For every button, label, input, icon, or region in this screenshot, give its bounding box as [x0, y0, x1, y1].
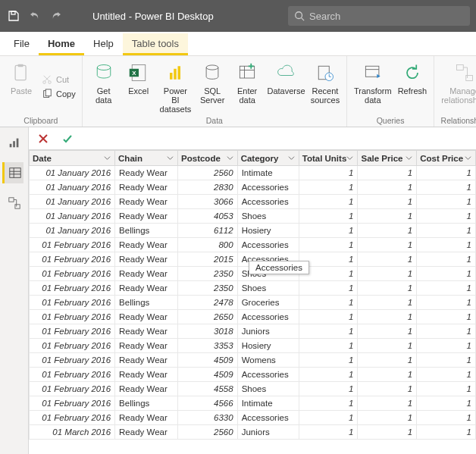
cell-postcode[interactable]: 6330	[178, 411, 238, 425]
cell-sale[interactable]: 1	[358, 411, 417, 425]
cell-units[interactable]: 1	[299, 368, 358, 382]
cell-chain[interactable]: Ready Wear	[115, 166, 178, 180]
commit-formula-button[interactable]	[59, 130, 76, 147]
dropdown-icon[interactable]	[465, 155, 472, 162]
cell-date[interactable]: 01 January 2016	[30, 166, 115, 180]
cell-category[interactable]: Hosiery	[237, 339, 299, 353]
cell-postcode[interactable]: 2560	[178, 166, 238, 180]
transform-data-button[interactable]: Transform data	[352, 59, 394, 115]
cell-sale[interactable]: 1	[358, 368, 417, 382]
table-row[interactable]: 01 February 2016Ready Wear6330Accessorie…	[30, 411, 476, 425]
cell-sale[interactable]: 1	[358, 382, 417, 396]
cell-postcode[interactable]: 2650	[178, 310, 238, 324]
cancel-formula-button[interactable]	[35, 130, 52, 147]
table-row[interactable]: 01 February 2016Ready Wear4558Shoes111	[30, 382, 476, 396]
cell-cost[interactable]: 1	[417, 281, 476, 296]
cell-category[interactable]: Intimate	[237, 166, 299, 180]
cell-units[interactable]: 1	[299, 180, 358, 195]
cell-postcode[interactable]: 2015	[178, 252, 238, 267]
cell-units[interactable]: 1	[299, 353, 358, 368]
table-row[interactable]: 01 February 2016Ready Wear4509Accessorie…	[30, 368, 476, 382]
cell-postcode[interactable]: 4566	[178, 396, 238, 411]
cell-chain[interactable]: Ready Wear	[115, 209, 178, 224]
cell-date[interactable]: 01 February 2016	[30, 310, 115, 324]
undo-icon[interactable]	[27, 8, 42, 23]
cell-category[interactable]: Womens	[237, 353, 299, 368]
dropdown-icon[interactable]	[167, 155, 174, 162]
cell-category[interactable]: Groceries	[237, 296, 299, 310]
cell-chain[interactable]: Ready Wear	[115, 252, 178, 267]
data-view-button[interactable]	[2, 162, 23, 183]
cell-sale[interactable]: 1	[358, 324, 417, 339]
cell-postcode[interactable]: 2350	[178, 281, 238, 296]
table-row[interactable]: 01 February 2016Ready Wear3353Hosiery111	[30, 339, 476, 353]
cell-sale[interactable]: 1	[358, 166, 417, 180]
column-header[interactable]: Category	[237, 151, 299, 166]
cell-chain[interactable]: Ready Wear	[115, 411, 178, 425]
cell-chain[interactable]: Bellings	[115, 224, 178, 238]
column-header[interactable]: Postcode	[178, 151, 238, 166]
cell-category[interactable]: Shoes	[237, 382, 299, 396]
cell-units[interactable]: 1	[299, 281, 358, 296]
column-header[interactable]: Total Units	[299, 151, 358, 166]
dropdown-icon[interactable]	[288, 155, 296, 162]
cell-chain[interactable]: Ready Wear	[115, 425, 178, 440]
cell-postcode[interactable]: 4053	[178, 209, 238, 224]
pbi-datasets-button[interactable]: Power BI datasets	[157, 59, 194, 115]
cell-date[interactable]: 01 January 2016	[30, 224, 115, 238]
cell-cost[interactable]: 1	[417, 411, 476, 425]
cell-date[interactable]: 01 February 2016	[30, 252, 115, 267]
cell-postcode[interactable]: 6112	[178, 224, 238, 238]
cell-postcode[interactable]: 2350	[178, 267, 238, 281]
sql-server-button[interactable]: SQL Server	[196, 59, 229, 115]
cell-date[interactable]: 01 March 2016	[30, 425, 115, 440]
cell-sale[interactable]: 1	[358, 195, 417, 209]
column-header[interactable]: Cost Price	[417, 151, 476, 166]
cell-postcode[interactable]: 2830	[178, 180, 238, 195]
cell-cost[interactable]: 1	[417, 310, 476, 324]
search-input[interactable]	[309, 11, 446, 22]
refresh-button[interactable]: Refresh	[396, 59, 430, 115]
cell-units[interactable]: 1	[299, 238, 358, 252]
cell-sale[interactable]: 1	[358, 180, 417, 195]
dropdown-icon[interactable]	[406, 155, 413, 162]
cell-chain[interactable]: Ready Wear	[115, 281, 178, 296]
cell-date[interactable]: 01 February 2016	[30, 411, 115, 425]
table-row[interactable]: 01 January 2016Ready Wear3066Accessories…	[30, 195, 476, 209]
cell-chain[interactable]: Ready Wear	[115, 310, 178, 324]
cell-chain[interactable]: Ready Wear	[115, 368, 178, 382]
cell-cost[interactable]: 1	[417, 368, 476, 382]
cell-postcode[interactable]: 3066	[178, 195, 238, 209]
table-row[interactable]: 01 January 2016Ready Wear4053Shoes111	[30, 209, 476, 224]
tab-help[interactable]: Help	[84, 33, 123, 55]
cell-sale[interactable]: 1	[358, 310, 417, 324]
cell-date[interactable]: 01 February 2016	[30, 281, 115, 296]
cell-units[interactable]: 1	[299, 411, 358, 425]
cell-chain[interactable]: Ready Wear	[115, 267, 178, 281]
cell-date[interactable]: 01 February 2016	[30, 267, 115, 281]
get-data-button[interactable]: Get data	[87, 59, 121, 115]
cell-sale[interactable]: 1	[358, 209, 417, 224]
cell-category[interactable]: Shoes	[237, 209, 299, 224]
tab-table-tools[interactable]: Table tools	[123, 33, 188, 55]
cell-units[interactable]: 1	[299, 382, 358, 396]
cell-date[interactable]: 01 February 2016	[30, 296, 115, 310]
cell-chain[interactable]: Ready Wear	[115, 195, 178, 209]
column-header[interactable]: Sale Price	[358, 151, 417, 166]
table-row[interactable]: 01 January 2016Ready Wear2560Intimate111	[30, 166, 476, 180]
cell-chain[interactable]: Ready Wear	[115, 382, 178, 396]
table-row[interactable]: 01 February 2016Ready Wear800Accessories…	[30, 238, 476, 252]
cell-sale[interactable]: 1	[358, 425, 417, 440]
cell-sale[interactable]: 1	[358, 396, 417, 411]
redo-icon[interactable]	[49, 8, 64, 23]
cell-category[interactable]: Accessories	[237, 238, 299, 252]
cell-units[interactable]: 1	[299, 224, 358, 238]
cell-cost[interactable]: 1	[417, 425, 476, 440]
tab-file[interactable]: File	[5, 33, 39, 55]
cell-category[interactable]: Hosiery	[237, 224, 299, 238]
cell-units[interactable]: 1	[299, 209, 358, 224]
cell-units[interactable]: 1	[299, 425, 358, 440]
cell-cost[interactable]: 1	[417, 396, 476, 411]
table-row[interactable]: 01 January 2016Ready Wear2830Accessories…	[30, 180, 476, 195]
cell-category[interactable]: Intimate	[237, 396, 299, 411]
